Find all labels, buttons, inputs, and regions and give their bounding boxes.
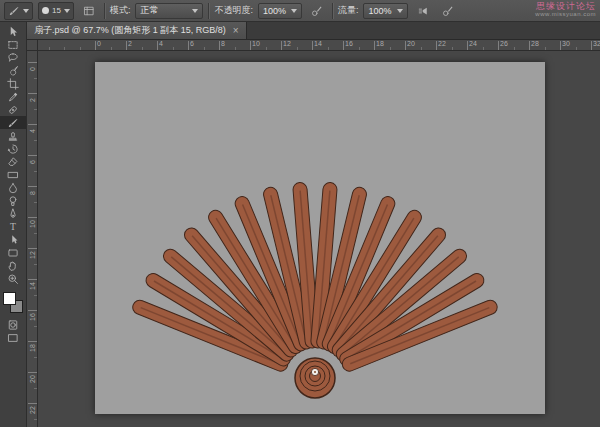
ruler-number: 20 <box>29 373 37 386</box>
tool-preset-picker[interactable] <box>4 2 33 20</box>
document-tab-bar: 扇子.psd @ 67.7% (圆角矩形 1 副本 15, RGB/8) × <box>27 22 600 40</box>
ruler-minor-tick <box>34 357 37 358</box>
dodge-tool[interactable] <box>0 194 26 207</box>
ruler-number: 14 <box>314 40 322 48</box>
opacity-label: 不透明度: <box>214 4 253 17</box>
ruler-minor-tick <box>34 233 37 234</box>
toggle-brush-panel-button[interactable] <box>79 2 99 20</box>
ruler-number: 6 <box>29 156 37 169</box>
brush-tip-icon <box>42 7 49 14</box>
screen-mode-icon <box>7 332 19 344</box>
toolbar: T <box>0 22 27 427</box>
ruler-minor-tick <box>80 47 81 50</box>
flow-select[interactable]: 100% <box>363 3 407 19</box>
ruler-number: 30 <box>562 40 570 48</box>
mode-select[interactable]: 正常 <box>135 3 203 19</box>
healing-brush-tool[interactable] <box>0 103 26 116</box>
airbrush-button[interactable] <box>413 2 433 20</box>
ruler-minor-tick <box>545 47 546 50</box>
lasso-icon <box>7 52 19 64</box>
ruler-tick <box>95 41 96 50</box>
path-selection-tool[interactable] <box>0 233 26 246</box>
ruler-minor-tick <box>359 47 360 50</box>
pen-tool[interactable] <box>0 207 26 220</box>
ruler-minor-tick <box>576 47 577 50</box>
ruler-number: 4 <box>159 40 163 48</box>
ruler-number: 6 <box>190 40 194 48</box>
ruler-number: 0 <box>97 40 101 48</box>
brush-preset-picker[interactable]: 15 <box>38 2 74 20</box>
ruler-tick <box>312 41 313 50</box>
ruler-tick <box>436 41 437 50</box>
vertical-ruler[interactable]: 0246810121416182022 <box>27 51 38 427</box>
chevron-down-icon <box>192 9 198 13</box>
move-tool[interactable] <box>0 25 26 38</box>
pen-pressure-icon <box>311 5 323 17</box>
history-icon <box>7 143 19 155</box>
ruler-number: 0 <box>29 63 37 76</box>
quick-mask-button[interactable] <box>0 318 26 331</box>
ruler-tick <box>529 41 530 50</box>
ruler-number: 4 <box>29 125 37 138</box>
ruler-minor-tick <box>49 47 50 50</box>
horizontal-ruler[interactable]: 02468101214161820222426283032 <box>38 40 600 51</box>
ruler-number: 14 <box>29 280 37 293</box>
ruler-minor-tick <box>64 47 65 50</box>
options-bar: 15 模式: 正常 不透明度: 100% 流量: 100% 思缘设 <box>0 0 600 22</box>
brush-icon <box>8 5 20 17</box>
history-brush-tool[interactable] <box>0 142 26 155</box>
move-icon <box>7 26 19 38</box>
ruler-origin-corner[interactable] <box>27 40 38 51</box>
tab-close-button[interactable]: × <box>233 26 239 36</box>
pressure-opacity-button[interactable] <box>307 2 327 20</box>
foreground-color-swatch[interactable] <box>3 292 16 305</box>
crop-tool[interactable] <box>0 77 26 90</box>
ruler-number: 26 <box>500 40 508 48</box>
brush-tool[interactable] <box>0 116 26 129</box>
document-tab[interactable]: 扇子.psd @ 67.7% (圆角矩形 1 副本 15, RGB/8) × <box>27 22 247 39</box>
ruler-tick <box>126 41 127 50</box>
marquee-tool[interactable] <box>0 38 26 51</box>
eyedropper-tool[interactable] <box>0 90 26 103</box>
opacity-value: 100% <box>263 6 286 16</box>
ruler-minor-tick <box>235 47 236 50</box>
ruler-number: 18 <box>29 342 37 355</box>
watermark: 思缘设计论坛 www.missyuan.com <box>535 1 596 18</box>
stamp-icon <box>7 130 19 142</box>
chevron-down-icon <box>23 9 29 13</box>
type-tool[interactable]: T <box>0 220 26 233</box>
ruler-minor-tick <box>204 47 205 50</box>
crop-icon <box>7 78 19 90</box>
chevron-down-icon <box>397 9 403 13</box>
ruler-minor-tick <box>34 140 37 141</box>
shape-icon <box>7 247 19 259</box>
watermark-title: 思缘设计论坛 <box>535 1 596 11</box>
ruler-number: 12 <box>29 249 37 262</box>
shape-tool[interactable] <box>0 246 26 259</box>
pressure-size-button[interactable] <box>438 2 458 20</box>
brush-size-value: 15 <box>52 6 61 15</box>
lasso-tool[interactable] <box>0 51 26 64</box>
zoom-icon <box>7 273 19 285</box>
ruler-minor-tick <box>173 47 174 50</box>
screen-mode-button[interactable] <box>0 331 26 344</box>
marquee-icon <box>7 39 19 51</box>
ruler-tick <box>498 41 499 50</box>
gradient-icon <box>7 169 19 181</box>
gradient-tool[interactable] <box>0 168 26 181</box>
clone-stamp-tool[interactable] <box>0 129 26 142</box>
opacity-select[interactable]: 100% <box>258 3 302 19</box>
eraser-tool[interactable] <box>0 155 26 168</box>
ruler-number: 18 <box>376 40 384 48</box>
ruler-tick <box>467 41 468 50</box>
color-swatches[interactable] <box>0 290 27 318</box>
document-canvas[interactable] <box>95 62 545 414</box>
quick-selection-tool[interactable] <box>0 64 26 77</box>
ruler-number: 8 <box>221 40 225 48</box>
mode-label: 模式: <box>110 4 131 17</box>
hand-tool[interactable] <box>0 259 26 272</box>
blur-tool[interactable] <box>0 181 26 194</box>
ruler-number: 16 <box>29 311 37 324</box>
ruler-minor-tick <box>34 419 37 420</box>
zoom-tool[interactable] <box>0 272 26 285</box>
